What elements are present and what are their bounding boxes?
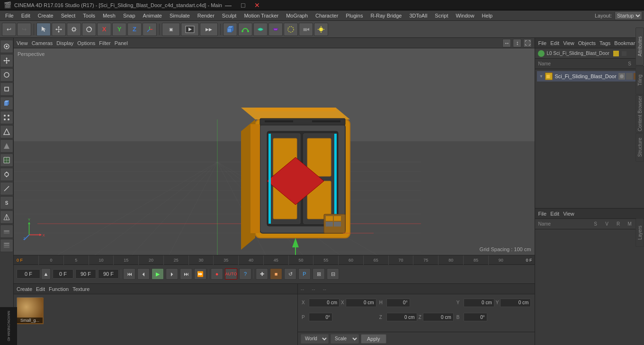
light-button[interactable] — [314, 23, 328, 36]
layout-dropdown[interactable]: Startup — [615, 11, 642, 20]
rot-p-input[interactable] — [309, 313, 332, 321]
next-frame-btn[interactable]: ⏵ — [166, 268, 178, 280]
move-mode-btn[interactable] — [0, 54, 13, 67]
x-axis-button[interactable]: X — [97, 23, 111, 36]
obj-name-text[interactable]: Sci_Fi_Sliding_Blast_Door — [555, 73, 616, 79]
rotate-tool[interactable] — [82, 23, 96, 36]
mode-dropdown[interactable]: Scale Rotate Move — [331, 334, 359, 344]
points-mode-btn[interactable] — [0, 111, 13, 124]
obj-expand-arrow[interactable]: ▼ — [539, 74, 543, 79]
menu-plugins[interactable]: Plugins — [342, 12, 366, 19]
edges-mode-btn[interactable] — [0, 125, 13, 138]
apply-button[interactable]: Apply — [361, 334, 386, 344]
y-axis-button[interactable]: Y — [112, 23, 126, 36]
tc-extra-6[interactable]: ⊟ — [327, 268, 339, 280]
attr-menu-edit[interactable]: Edit — [550, 211, 559, 217]
uvw-mode-btn[interactable] — [0, 154, 13, 167]
spline-button[interactable] — [238, 23, 252, 36]
polygons-mode-btn[interactable] — [0, 139, 13, 153]
pos-z-input[interactable] — [386, 313, 417, 321]
mat-menu-edit[interactable]: Edit — [36, 286, 45, 292]
timeline-ruler[interactable]: 0 F 0 5 10 15 20 25 30 35 40 45 50 55 60… — [14, 255, 535, 265]
render-preview-button[interactable] — [181, 23, 199, 36]
cube-object-button[interactable] — [223, 23, 237, 36]
ruler-btn[interactable] — [0, 182, 13, 195]
menu-window[interactable]: Window — [452, 12, 477, 19]
world-axis-button[interactable] — [143, 23, 157, 36]
select-mode-btn[interactable] — [0, 40, 13, 53]
end-frame-input[interactable] — [75, 269, 96, 279]
rot-b-input[interactable] — [464, 313, 487, 321]
world-dropdown[interactable]: World Object — [301, 334, 329, 344]
tc-extra-2[interactable]: ■ — [270, 268, 282, 280]
move-tool[interactable] — [52, 23, 66, 36]
render-region-button[interactable]: ▣ — [162, 23, 180, 36]
tc-extra-4[interactable]: P — [298, 268, 311, 280]
vp-menu-view[interactable]: View — [17, 40, 28, 46]
vp-menu-cameras[interactable]: Cameras — [32, 40, 53, 46]
go-to-end-btn[interactable]: ⏭ — [180, 268, 192, 280]
menu-mesh[interactable]: Mesh — [99, 12, 119, 19]
undo-button[interactable]: ↩ — [2, 23, 16, 36]
pos-x-input[interactable] — [309, 299, 340, 307]
menu-select[interactable]: Select — [58, 12, 79, 19]
layer-btn-1[interactable] — [0, 225, 13, 238]
object-mode-btn[interactable] — [0, 97, 13, 110]
om-menu-view[interactable]: View — [563, 40, 574, 46]
viewport-canvas[interactable]: X Y Z Perspective Grid Spacing : 100 cm — [14, 48, 535, 255]
om-menu-objects[interactable]: Objects — [578, 40, 596, 46]
pos-x-world-input[interactable] — [346, 299, 376, 307]
menu-create[interactable]: Create — [35, 12, 57, 19]
menu-animate[interactable]: Animate — [140, 12, 165, 19]
snap-btn[interactable] — [0, 168, 13, 181]
attributes-tab[interactable]: Attributes — [635, 27, 644, 65]
scale-mode-btn[interactable] — [0, 82, 13, 96]
material-thumbnail[interactable]: Small_g... — [17, 297, 43, 324]
key-help-btn[interactable]: ? — [239, 268, 251, 280]
scale-tool[interactable] — [67, 23, 81, 36]
menu-help[interactable]: Help — [479, 12, 496, 19]
total-frames-input[interactable] — [98, 269, 119, 279]
deformer-button[interactable] — [268, 23, 283, 36]
tc-extra-3[interactable]: ↺ — [284, 268, 296, 280]
maximize-button[interactable]: □ — [238, 0, 248, 10]
menu-edit[interactable]: Edit — [18, 12, 34, 19]
vp-move-icon[interactable]: ↔ — [502, 39, 511, 47]
environment-button[interactable] — [284, 23, 298, 36]
z-axis-button[interactable]: Z — [127, 23, 142, 36]
nurbs-button[interactable] — [253, 23, 268, 36]
vp-menu-filter[interactable]: Filter — [99, 40, 110, 46]
vp-zoom-icon[interactable]: ↕ — [513, 39, 521, 47]
start-frame-input[interactable] — [53, 269, 73, 279]
record-btn[interactable]: ● — [211, 268, 223, 280]
tag-icon-2[interactable] — [626, 73, 633, 80]
s-btn[interactable]: S — [0, 196, 13, 209]
frame-prev-btn[interactable]: ▲ — [41, 268, 51, 280]
menu-sculpt[interactable]: Sculpt — [219, 12, 240, 19]
menu-motion-tracker[interactable]: Motion Tracker — [241, 12, 282, 19]
attr-menu-file[interactable]: File — [538, 211, 546, 217]
vp-menu-display[interactable]: Display — [56, 40, 73, 46]
tiling-tab[interactable]: Tiling — [635, 66, 644, 94]
om-menu-tags[interactable]: Tags — [599, 40, 610, 46]
content-browser-tab[interactable]: Content Browser — [635, 95, 644, 133]
menu-tools[interactable]: Tools — [80, 12, 98, 19]
menu-rray[interactable]: R-Ray Bridge — [367, 12, 405, 19]
menu-script[interactable]: Script — [431, 12, 451, 19]
camera-button[interactable] — [299, 23, 313, 36]
tc-extra-5[interactable]: ⊞ — [313, 268, 325, 280]
loop-btn[interactable]: ⏩ — [194, 268, 206, 280]
close-button[interactable]: ✕ — [251, 0, 263, 10]
menu-file[interactable]: File — [2, 12, 17, 19]
minimize-button[interactable]: — — [222, 0, 234, 10]
rotate-mode-btn[interactable] — [0, 68, 13, 82]
menu-3dtoall[interactable]: 3DToAll — [406, 12, 430, 19]
vp-maximize-icon[interactable]: ⛶ — [523, 39, 532, 47]
pos-z-world-input[interactable] — [423, 313, 454, 321]
menu-character[interactable]: Character — [312, 12, 341, 19]
go-to-start-btn[interactable]: ⏮ — [123, 268, 135, 280]
mat-menu-function[interactable]: Function — [49, 286, 69, 292]
pos-y-input[interactable] — [464, 299, 494, 307]
structure-tab[interactable]: Structure — [635, 133, 644, 162]
layer-btn-2[interactable] — [0, 239, 13, 252]
